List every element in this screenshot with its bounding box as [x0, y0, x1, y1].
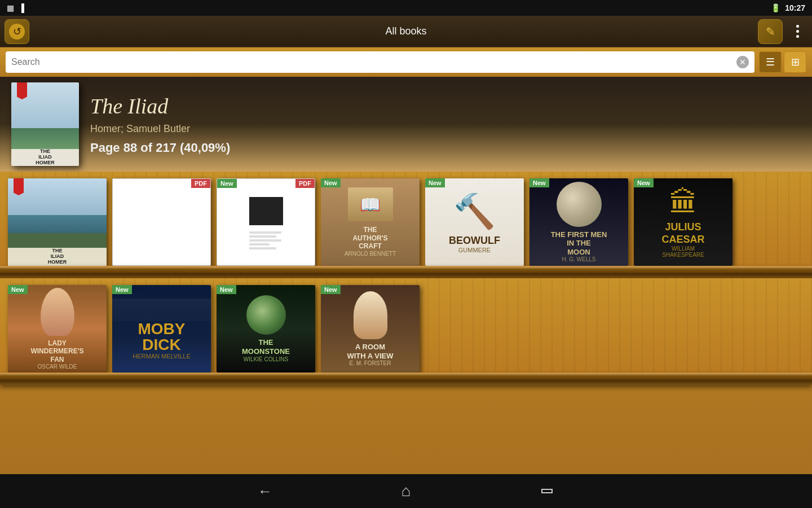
room-view-author: E. M. FORSTER: [350, 360, 391, 366]
authors-craft-image: 📖: [348, 187, 393, 221]
moon-image: [557, 182, 602, 227]
new-badge: New: [112, 285, 132, 294]
overflow-menu-button[interactable]: [787, 19, 807, 44]
featured-book-progress: Page 88 of 217 (40,09%): [90, 141, 801, 155]
pdf-line: [249, 243, 270, 246]
back-button[interactable]: ↺: [5, 19, 29, 44]
beowulf-title: BEOWULF: [449, 235, 500, 247]
pdf-line: [249, 239, 281, 242]
book-room-view[interactable]: New A ROOMWITH A VIEW E. M. FORSTER: [321, 285, 420, 373]
status-left-icons: ▦ ▐: [7, 3, 24, 12]
book-room-view-cover: New A ROOMWITH A VIEW E. M. FORSTER: [321, 285, 420, 373]
book-iliad[interactable]: THEILIADHOMER: [8, 178, 107, 266]
new-badge: New: [634, 178, 654, 187]
top-bar-right: ✎: [758, 19, 807, 44]
julius-caesar-author: WILLIAMSHAKESPEARE: [662, 246, 704, 258]
featured-book-banner[interactable]: THEILIADHOMER The Iliad Homer; Samuel Bu…: [0, 77, 812, 172]
book-beowulf-cover: New 🔨 BEOWULF GUMMERE: [425, 178, 524, 266]
grid-view-button[interactable]: ⊞: [784, 51, 806, 73]
new-badge: New: [217, 285, 236, 294]
status-right-icons: 🔋 10:27: [771, 3, 805, 12]
beowulf-author: GUMMERE: [458, 247, 491, 253]
search-input[interactable]: [11, 57, 733, 67]
book-moby-dick-cover: New MOBYDICK HERMAN MELVILLE: [112, 285, 211, 373]
new-badge: New: [529, 178, 549, 187]
book-authors-craft-cover: New 📖 THEAUTHOR'SCRAFT ARNOLD BENNETT: [321, 178, 420, 266]
beowulf-hammer-icon: 🔨: [453, 191, 496, 231]
moonstone-author: WILKIE COLLINS: [244, 356, 288, 362]
book-pdf-foundations[interactable]: PDF: [112, 178, 211, 266]
search-bar: ✕ ☰ ⊞: [0, 47, 812, 77]
nav-home-button[interactable]: ⌂: [392, 477, 420, 505]
status-bar: ▦ ▐ 🔋 10:27: [0, 0, 812, 16]
authors-craft-author: ARNOLD BENNETT: [345, 251, 396, 257]
lady-windermere-title: LADYWINDERMERE'SFAN: [30, 339, 83, 364]
book-pdf-new-cover: New PDF: [217, 178, 315, 266]
shelf-2-plank: [0, 373, 812, 385]
new-badge: New: [321, 285, 341, 294]
authors-craft-title: THEAUTHOR'SCRAFT: [352, 226, 387, 250]
nav-recents-button[interactable]: [533, 477, 561, 505]
book-pdf-new[interactable]: New PDF: [217, 178, 315, 266]
book-beowulf[interactable]: New 🔨 BEOWULF GUMMERE: [425, 178, 524, 266]
pdf-line: [249, 247, 276, 249]
moby-dick-author: HERMAN MELVILLE: [133, 353, 191, 360]
new-badge: New: [8, 285, 28, 294]
first-men-title: THE FIRST MENIN THEMOON: [551, 230, 607, 257]
featured-book-info: The Iliad Homer; Samuel Butler Page 88 o…: [90, 94, 801, 155]
pdf-badge: PDF: [191, 179, 210, 188]
lady-figure: [41, 288, 74, 336]
iliad-bookmark: [14, 178, 24, 195]
shelf-2-section: New LADYWINDERMERE'SFAN OSCAR WILDE New …: [0, 278, 812, 385]
book-authors-craft[interactable]: New 📖 THEAUTHOR'SCRAFT ARNOLD BENNETT: [321, 178, 420, 266]
book-julius-caesar[interactable]: New 🏛 JULIUSCAESAR WILLIAMSHAKESPEARE: [634, 178, 732, 266]
nav-bar: ← ⌂: [0, 474, 812, 508]
book-moby-dick[interactable]: New MOBYDICK HERMAN MELVILLE: [112, 285, 211, 373]
featured-cover-bookmark: [17, 82, 27, 99]
pdf-content-lines: [249, 183, 283, 261]
julius-caesar-title: JULIUSCAESAR: [661, 221, 704, 246]
new-badge: New: [217, 179, 237, 188]
top-bar-left: ↺: [5, 19, 29, 44]
nav-recents-icon: [541, 489, 553, 493]
book-moonstone[interactable]: New THEMOONSTONE WILKIE COLLINS: [217, 285, 315, 373]
caesar-wreath-icon: 🏛: [669, 186, 698, 219]
moonstone-gem-icon: [246, 295, 286, 335]
menu-dot-1: [796, 25, 799, 28]
nav-home-icon: ⌂: [401, 482, 411, 500]
status-time: 10:27: [785, 3, 805, 12]
book-lady-windermere-cover: New LADYWINDERMERE'SFAN OSCAR WILDE: [8, 285, 107, 373]
book-moonstone-cover: New THEMOONSTONE WILKIE COLLINS: [217, 285, 315, 373]
first-men-author: H. G. WELLS: [562, 256, 595, 262]
menu-dot-2: [796, 30, 799, 33]
menu-dot-3: [796, 35, 799, 38]
shelf-1-books-row: THEILIADHOMER PDF: [8, 178, 804, 266]
room-view-title: A ROOMWITH A VIEW: [347, 343, 393, 360]
battery-icon: 🔋: [771, 3, 780, 12]
search-input-wrapper: ✕: [6, 51, 754, 73]
book-julius-caesar-cover: New 🏛 JULIUSCAESAR WILLIAMSHAKESPEARE: [634, 178, 732, 266]
book-lady-windermere[interactable]: New LADYWINDERMERE'SFAN OSCAR WILDE: [8, 285, 107, 373]
back-icon: ↺: [9, 24, 25, 40]
barcode-status-icon: ▐: [19, 3, 24, 12]
shelf-2-books-row: New LADYWINDERMERE'SFAN OSCAR WILDE New …: [8, 285, 804, 373]
moonstone-title: THEMOONSTONE: [242, 338, 290, 356]
moby-dick-title: MOBYDICK: [138, 321, 186, 353]
pdf-badge: PDF: [295, 179, 315, 188]
nav-back-icon: ←: [258, 483, 272, 500]
shelf-1-plank: [0, 266, 812, 278]
view-toggle-buttons: ☰ ⊞: [759, 51, 806, 73]
nav-back-button[interactable]: ←: [251, 477, 279, 505]
search-clear-button[interactable]: ✕: [736, 56, 749, 68]
featured-book-author: Homer; Samuel Butler: [90, 123, 801, 135]
new-badge: New: [321, 178, 341, 187]
lady-windermere-author: OSCAR WILDE: [37, 364, 77, 370]
book-first-men[interactable]: New THE FIRST MENIN THEMOON H. G. WELLS: [529, 178, 628, 266]
grid-status-icon: ▦: [7, 3, 14, 12]
list-view-button[interactable]: ☰: [759, 51, 782, 73]
book-iliad-cover: THEILIADHOMER: [8, 178, 107, 266]
edit-button[interactable]: ✎: [758, 19, 783, 44]
book-pdf-cover: PDF: [112, 178, 211, 266]
page-title: All books: [385, 25, 426, 37]
pdf-line: [249, 235, 276, 238]
